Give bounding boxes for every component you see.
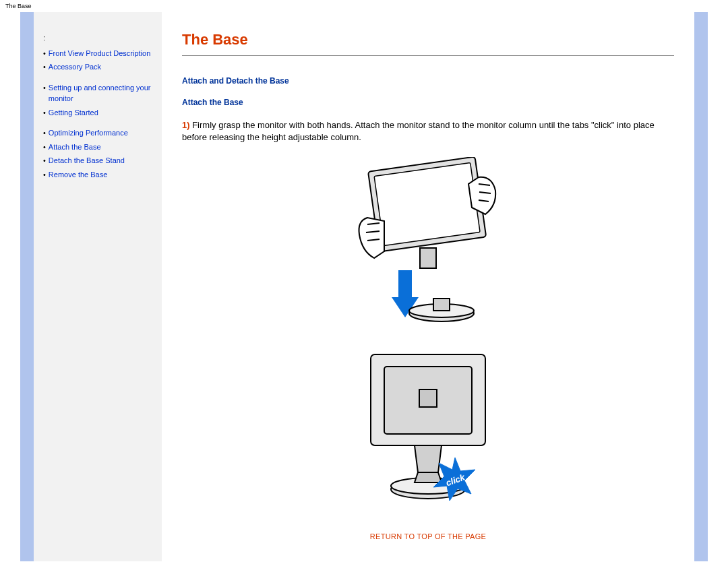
sidebar-link[interactable]: Getting Started — [49, 107, 98, 119]
svg-rect-13 — [433, 299, 450, 311]
sidebar-link[interactable]: Detach the Base Stand — [49, 155, 125, 166]
bullet-icon: • — [43, 127, 46, 139]
sidebar-item[interactable]: • Front View Product Description — [43, 48, 155, 59]
sidebar-link[interactable]: Front View Product Description — [49, 48, 150, 59]
sidebar-item[interactable]: • Remove the Base — [43, 169, 155, 181]
section-subheading: Attach the Base — [182, 98, 674, 107]
return-to-top-link[interactable]: RETURN TO TOP OF THE PAGE — [370, 532, 486, 540]
sidebar-item[interactable]: • Getting Started — [43, 107, 155, 119]
bullet-icon: • — [43, 61, 46, 73]
sidebar-item[interactable]: • Optimizing Performance — [43, 127, 155, 139]
sidebar-nav: : • Front View Product Description • Acc… — [34, 12, 162, 561]
svg-rect-9 — [398, 270, 412, 297]
sidebar-link[interactable]: Setting up and connecting your monitor — [49, 82, 155, 104]
step-text: Firmly grasp the monitor with both hands… — [182, 120, 655, 142]
sidebar-item[interactable]: • Setting up and connecting your monitor — [43, 82, 155, 104]
sidebar-link[interactable]: Remove the Base — [49, 169, 107, 181]
page-title: The Base — [182, 31, 674, 49]
sidebar-link[interactable]: Optimizing Performance — [49, 127, 128, 139]
main-content: The Base Attach and Detach the Base Atta… — [162, 12, 694, 561]
sidebar-item[interactable]: • Accessory Pack — [43, 61, 155, 73]
return-to-top[interactable]: RETURN TO TOP OF THE PAGE — [182, 532, 674, 541]
monitor-base-click-illustration: click — [351, 348, 506, 509]
sidebar-item[interactable]: • Attach the Base — [43, 142, 155, 153]
page-frame: : • Front View Product Description • Acc… — [20, 12, 708, 561]
header-path: The Base — [0, 0, 728, 12]
sidebar-link[interactable]: Accessory Pack — [49, 61, 101, 73]
section-heading: Attach and Detach the Base — [182, 76, 674, 86]
bullet-icon: • — [43, 155, 46, 166]
step-number: 1) — [182, 120, 190, 130]
monitor-hands-illustration — [347, 157, 509, 325]
bullet-icon: • — [43, 48, 46, 59]
illustration-attach — [182, 157, 674, 327]
bullet-icon: • — [43, 169, 46, 181]
step-instruction: 1) Firmly grasp the monitor with both ha… — [182, 119, 674, 144]
svg-rect-16 — [419, 389, 437, 407]
svg-rect-8 — [420, 248, 436, 268]
bullet-icon: • — [43, 142, 46, 153]
sidebar-item[interactable]: • Detach the Base Stand — [43, 155, 155, 166]
svg-rect-1 — [374, 163, 480, 246]
illustration-click: click — [182, 348, 674, 511]
bullet-icon: • — [43, 82, 46, 104]
sidebar-link[interactable]: Attach the Base — [49, 142, 101, 153]
bullet-icon: • — [43, 107, 46, 119]
divider — [182, 55, 674, 56]
